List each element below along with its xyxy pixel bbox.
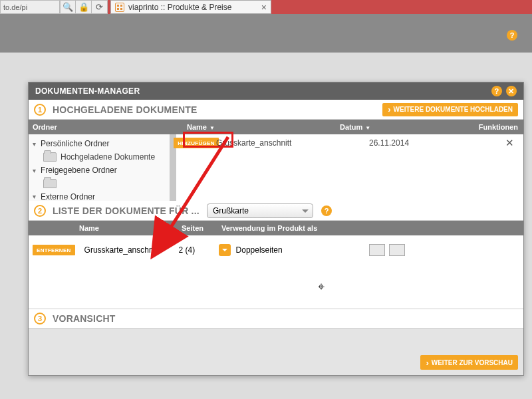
tree-uploaded-documents[interactable]: Hochgeladene Dokumente	[29, 150, 170, 164]
tree-shared-folders[interactable]: Freigegebene Ordner	[29, 164, 170, 177]
favicon-icon	[115, 3, 124, 12]
modal-titlebar: DOKUMENTEN-MANAGER ? ✕	[29, 82, 523, 100]
product-doc-usage: Doppelseiten	[236, 245, 369, 255]
col-folder: Ordner	[29, 123, 183, 131]
document-list: HINZUFÜGEN Grusskarte_anschnitt 26.11.20…	[176, 134, 523, 201]
browser-tab[interactable]: viaprinto :: Produkte & Preise ×	[110, 0, 271, 14]
modal-help-icon[interactable]: ?	[491, 86, 502, 96]
product-doc-name: Grusskarte_anschnitt	[75, 245, 179, 255]
remove-document-button[interactable]: ENTFERNEN	[33, 245, 75, 255]
section3-body: WEITER ZUR VORSCHAU	[29, 329, 523, 375]
sort-arrow-icon: ▼	[209, 125, 215, 131]
section2-help-icon[interactable]: ?	[321, 205, 332, 216]
tab-close-icon[interactable]: ×	[261, 2, 267, 13]
section1-title: HOCHGELADENE DOKUMENTE	[53, 104, 198, 115]
usage-dropdown-toggle[interactable]	[219, 244, 231, 256]
upload-more-button[interactable]: WEITERE DOKUMENTE HOCHLADEN	[382, 103, 518, 116]
col-functions: Funktionen	[426, 123, 523, 131]
document-row: HINZUFÜGEN Grusskarte_anschnitt 26.11.20…	[176, 134, 523, 152]
document-date: 26.11.2014	[369, 138, 454, 148]
product-doc-pages: 2 (4)	[179, 245, 219, 255]
add-document-button[interactable]: HINZUFÜGEN	[174, 138, 218, 148]
section3-header: 3 VORANSICHT	[29, 309, 523, 329]
page-thumbnails	[369, 244, 405, 256]
folder-icon	[43, 152, 57, 162]
continue-to-preview-button[interactable]: WEITER ZUR VORSCHAU	[420, 355, 518, 370]
col-name[interactable]: Name▼	[183, 123, 336, 131]
step-badge-2: 2	[34, 205, 46, 217]
document-manager-modal: DOKUMENTEN-MANAGER ? ✕ 1 HOCHGELADENE DO…	[28, 82, 524, 376]
folder-icon	[43, 179, 57, 188]
tab-title: viaprinto :: Produkte & Preise	[128, 3, 231, 12]
col2-name: Name	[75, 224, 178, 232]
section3-title: VORANSICHT	[53, 313, 116, 324]
col-date[interactable]: Datum▼	[336, 123, 426, 131]
sort-arrow-icon: ▼	[365, 125, 370, 131]
section2-title: LISTE DER DOKUMENTE FÜR ...	[53, 205, 200, 216]
section1-header: 1 HOCHGELADENE DOKUMENTE WEITERE DOKUMEN…	[29, 100, 523, 120]
search-icon[interactable]: 🔍	[60, 0, 76, 14]
section1-body: Persönliche Ordner Hochgeladene Dokument…	[29, 134, 523, 201]
col2-usage: Verwendung im Produkt als	[217, 224, 523, 232]
page-help-icon[interactable]: ?	[507, 30, 517, 41]
section2-blank-area	[29, 265, 523, 309]
product-document-row: ENTFERNEN Grusskarte_anschnitt 2 (4) Dop…	[29, 235, 523, 265]
url-fragment: to.de/pi	[0, 0, 60, 14]
product-select-dropdown[interactable]: Grußkarte	[207, 203, 313, 218]
tree-shared-folder-item[interactable]	[29, 177, 170, 190]
tree-external-folders[interactable]: Externe Ordner	[29, 190, 170, 201]
folder-tree: Persönliche Ordner Hochgeladene Dokument…	[29, 134, 176, 201]
delete-document-icon[interactable]: ✕	[454, 137, 523, 149]
thumbnail[interactable]	[369, 244, 385, 256]
thumbnail[interactable]	[389, 244, 405, 256]
col2-pages: Seiten	[178, 224, 217, 232]
section2-columns: Name Seiten Verwendung im Produkt als	[29, 221, 523, 235]
modal-close-icon[interactable]: ✕	[506, 86, 517, 96]
document-name: Grusskarte_anschnitt	[216, 138, 369, 148]
modal-title: DOKUMENTEN-MANAGER	[35, 86, 140, 96]
browser-bar: to.de/pi 🔍 🔒 ⟳ viaprinto :: Produkte & P…	[0, 0, 532, 14]
lock-icon[interactable]: 🔒	[76, 0, 92, 14]
section1-columns: Ordner Name▼ Datum▼ Funktionen	[29, 120, 523, 134]
tree-personal-folders[interactable]: Persönliche Ordner	[29, 137, 170, 150]
section2-header: 2 LISTE DER DOKUMENTE FÜR ... Grußkarte …	[29, 201, 523, 221]
page-background: ? DOKUMENTEN-MANAGER ? ✕ 1 HOCHGELADENE …	[0, 14, 532, 399]
step-badge-3: 3	[34, 313, 46, 325]
refresh-icon[interactable]: ⟳	[92, 0, 108, 14]
step-badge-1: 1	[34, 104, 46, 116]
